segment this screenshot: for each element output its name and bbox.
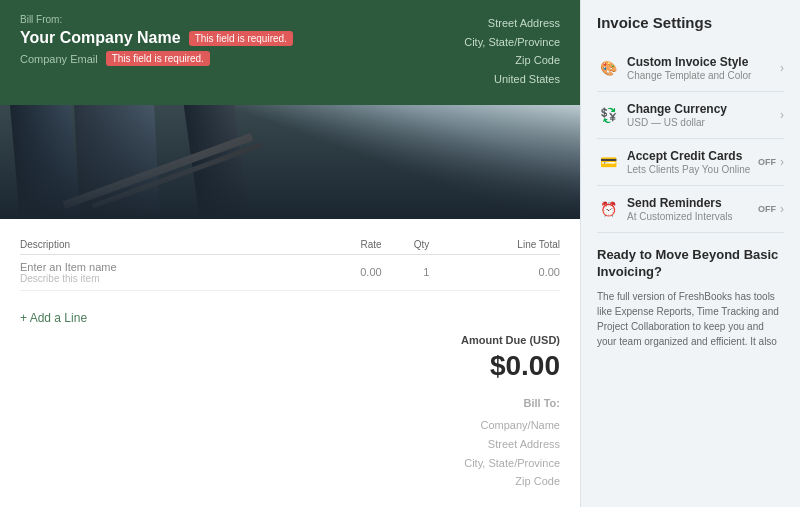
item-description[interactable]: Describe this item — [20, 273, 316, 284]
invoice-panel: Bill From: Your Company Name This field … — [0, 0, 580, 507]
company-email-label: Company Email — [20, 53, 98, 65]
send-reminders-icon: ⏰ — [597, 198, 619, 220]
change-currency-icon: 💱 — [597, 104, 619, 126]
bill-from-label: Bill From: — [20, 14, 293, 25]
accept-credit-cards-toggle[interactable]: OFF — [758, 157, 776, 167]
send-reminders-toggle[interactable]: OFF — [758, 204, 776, 214]
amount-due-value: $0.00 — [461, 350, 560, 382]
custom-invoice-style-icon: 🎨 — [597, 57, 619, 79]
item-qty[interactable]: 1 — [382, 254, 430, 290]
amount-due-label: Amount Due (USD) — [461, 334, 560, 346]
bill-from-header: Bill From: Your Company Name This field … — [0, 0, 580, 105]
settings-item-custom-invoice-style[interactable]: 🎨Custom Invoice StyleChange Template and… — [597, 45, 784, 92]
bill-to-city-state[interactable]: City, State/Province — [464, 454, 560, 473]
custom-invoice-style-title: Custom Invoice Style — [627, 55, 780, 69]
item-name[interactable]: Enter an Item name — [20, 261, 316, 273]
building-silhouette — [0, 105, 580, 219]
item-line-total: 0.00 — [429, 254, 560, 290]
accept-credit-cards-title: Accept Credit Cards — [627, 149, 758, 163]
change-currency-chevron-icon: › — [780, 108, 784, 122]
accept-credit-cards-chevron-icon: › — [780, 155, 784, 169]
accept-credit-cards-right: OFF› — [758, 155, 784, 169]
company-email-required-badge: This field is required. — [106, 51, 210, 66]
settings-item-accept-credit-cards[interactable]: 💳Accept Credit CardsLets Clients Pay You… — [597, 139, 784, 186]
settings-title: Invoice Settings — [597, 14, 784, 31]
bill-to-label: Bill To: — [464, 394, 560, 413]
col-description: Description — [20, 235, 316, 255]
building-image — [0, 105, 580, 219]
company-name-required-badge: This field is required. — [189, 31, 293, 46]
table-row: Enter an Item name Describe this item 0.… — [20, 254, 560, 290]
items-table: Description Rate Qty Line Total Enter an… — [20, 235, 560, 291]
company-name-row: Your Company Name This field is required… — [20, 29, 293, 47]
country-placeholder[interactable]: United States — [464, 70, 560, 89]
accept-credit-cards-icon: 💳 — [597, 151, 619, 173]
send-reminders-content: Send RemindersAt Customized Intervals — [627, 196, 758, 222]
upsell-text: The full version of FreshBooks has tools… — [597, 289, 784, 349]
invoice-settings-panel: Invoice Settings 🎨Custom Invoice StyleCh… — [580, 0, 800, 507]
item-rate[interactable]: 0.00 — [316, 254, 382, 290]
change-currency-content: Change CurrencyUSD — US dollar — [627, 102, 780, 128]
bill-to-street[interactable]: Street Address — [464, 435, 560, 454]
items-section: Description Rate Qty Line Total Enter an… — [20, 235, 560, 326]
settings-item-change-currency[interactable]: 💱Change CurrencyUSD — US dollar› — [597, 92, 784, 139]
amount-due-section: Amount Due (USD) $0.00 — [461, 334, 560, 382]
change-currency-title: Change Currency — [627, 102, 780, 116]
custom-invoice-style-content: Custom Invoice StyleChange Template and … — [627, 55, 780, 81]
send-reminders-subtitle: At Customized Intervals — [627, 211, 758, 222]
accept-credit-cards-subtitle: Lets Clients Pay You Online — [627, 164, 758, 175]
invoice-footer: Amount Due (USD) $0.00 Bill To: Company/… — [20, 334, 560, 491]
change-currency-right: › — [780, 108, 784, 122]
bill-to-zip[interactable]: Zip Code — [464, 472, 560, 491]
invoice-body: Description Rate Qty Line Total Enter an… — [0, 219, 580, 507]
bill-from-address: Street Address City, State/Province Zip … — [464, 14, 560, 89]
upsell-title: Ready to Move Beyond Basic Invoicing? — [597, 247, 784, 281]
settings-item-send-reminders[interactable]: ⏰Send RemindersAt Customized IntervalsOF… — [597, 186, 784, 233]
settings-items-list: 🎨Custom Invoice StyleChange Template and… — [597, 45, 784, 233]
company-email-row: Company Email This field is required. — [20, 51, 293, 66]
custom-invoice-style-right: › — [780, 61, 784, 75]
change-currency-subtitle: USD — US dollar — [627, 117, 780, 128]
bill-to-company[interactable]: Company/Name — [464, 416, 560, 435]
add-line-button[interactable]: + Add a Line — [20, 311, 87, 325]
city-state-placeholder[interactable]: City, State/Province — [464, 33, 560, 52]
col-line-total: Line Total — [429, 235, 560, 255]
upsell-section: Ready to Move Beyond Basic Invoicing? Th… — [597, 247, 784, 349]
col-rate: Rate — [316, 235, 382, 255]
zip-placeholder[interactable]: Zip Code — [464, 51, 560, 70]
send-reminders-title: Send Reminders — [627, 196, 758, 210]
send-reminders-chevron-icon: › — [780, 202, 784, 216]
accept-credit-cards-content: Accept Credit CardsLets Clients Pay You … — [627, 149, 758, 175]
bill-to-section: Bill To: Company/Name Street Address Cit… — [464, 394, 560, 491]
send-reminders-right: OFF› — [758, 202, 784, 216]
custom-invoice-style-subtitle: Change Template and Color — [627, 70, 780, 81]
company-name[interactable]: Your Company Name — [20, 29, 181, 47]
item-name-cell: Enter an Item name Describe this item — [20, 254, 316, 290]
col-qty: Qty — [382, 235, 430, 255]
custom-invoice-style-chevron-icon: › — [780, 61, 784, 75]
bill-from-left: Bill From: Your Company Name This field … — [20, 14, 293, 66]
street-address-placeholder[interactable]: Street Address — [464, 14, 560, 33]
